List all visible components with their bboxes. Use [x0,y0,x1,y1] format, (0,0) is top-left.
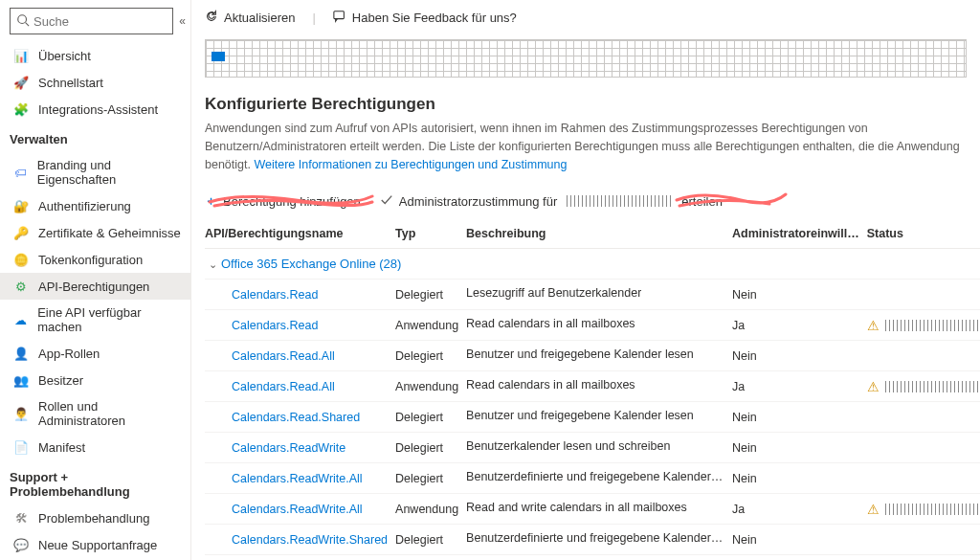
permission-description: Read calendars in all mailboxes [466,371,732,402]
permission-description: Benutzerdefinierte und freigegebene Kale… [466,463,732,494]
nav-item-integrations-assistent[interactable]: 🧩Integrations-Assistent [0,96,190,123]
permission-name-link[interactable]: Calendars.ReadWrite [205,441,345,455]
permission-admin-consent: Ja [732,371,867,402]
nav-item-api-berechtigungen[interactable]: ⚙API-Berechtigungen [0,273,190,300]
permission-name-link[interactable]: Calendars.Read [205,319,318,332]
nav-item--bersicht[interactable]: 📊Übersicht [0,42,190,69]
feedback-icon [333,10,346,26]
table-row[interactable]: Calendars.ReadDelegiertLesezugriff auf B… [205,280,980,310]
permission-description: Benutzer und freigegebene Kalender lesen [466,341,732,371]
feedback-label: Haben Sie Feedback für uns? [352,11,517,25]
table-row[interactable]: Calendars.ReadWrite.AllAnwendungRead and… [205,494,980,525]
nav-label: Rollen und Administratoren [38,399,181,428]
col-header-type[interactable]: Typ [395,219,466,249]
permission-status [867,463,980,494]
nav-icon: 🛠 [13,510,29,526]
col-header-status[interactable]: Status [867,219,980,249]
nav-icon: 📄 [13,439,29,455]
permission-name-link[interactable]: Calendars.Read.All [205,380,335,393]
permission-status [867,341,980,371]
search-box[interactable] [10,8,173,34]
grant-consent-label-after: erteilen [681,194,723,209]
permission-admin-consent: Nein [732,525,867,555]
nav-item-schnellstart[interactable]: 🚀Schnellstart [0,69,190,96]
permission-admin-consent: Nein [732,433,867,463]
nav-item-eine-api-verf-gbar-machen[interactable]: ☁Eine API verfügbar machen [0,300,190,340]
col-header-name[interactable]: API/Berechtigungsname [205,219,395,249]
add-permission-label: Berechtigung hinzufügen [223,194,361,209]
nav-item-branding-und-eigenschaften[interactable]: 🏷Branding und Eigenschaften [0,152,190,192]
permission-status: ⚠ [867,494,980,525]
nav-icon: 🪙 [13,252,29,267]
nav-label: Übersicht [38,49,91,63]
feedback-button[interactable]: Haben Sie Feedback für uns? [333,10,517,26]
table-row[interactable]: Contacts.ReadDelegiertLesezugriff auf Be… [205,555,980,560]
table-row[interactable]: Calendars.ReadWrite.AllDelegiertBenutzer… [205,463,980,494]
permission-status: ⚠ [867,310,980,341]
permission-description: Lesezugriff auf Benutzerkalender [466,280,732,310]
nav-label: Integrations-Assistent [38,102,158,117]
collapse-sidebar-button[interactable]: « [179,14,183,28]
redacted-status [885,504,980,515]
chevron-down-icon[interactable]: ⌄ [209,258,217,271]
permission-status: ⚠ [867,371,980,402]
permission-description: Read and write calendars in all mailboxe… [466,494,732,525]
permission-name-link[interactable]: Calendars.Read.All [205,349,335,363]
nav-label: Schnellstart [38,76,103,90]
nav-icon: ⚙ [13,279,29,294]
table-row[interactable]: Calendars.ReadAnwendungRead calendars in… [205,310,980,341]
permission-description: Read calendars in all mailboxes [466,310,732,341]
permissions-help-link[interactable]: Weitere Informationen zu Berechtigungen … [254,158,567,171]
nav-item-app-rollen[interactable]: 👤App-Rollen [0,340,190,367]
col-header-admin[interactable]: Administratoreinwill… [732,219,867,249]
redacted-tenant-name [567,195,672,207]
search-icon [16,13,30,30]
grant-admin-consent-button[interactable]: Administratorzustimmung für erteilen [380,193,723,210]
plus-icon: ＋ [205,192,217,210]
toolbar-separator: | [312,11,315,25]
nav-icon: 👨‍💼 [13,406,29,421]
nav-item-authentifizierung[interactable]: 🔐Authentifizierung [0,192,190,219]
redacted-status [885,381,980,392]
redacted-status [885,320,980,331]
warning-icon: ⚠ [867,379,880,394]
search-input[interactable] [33,14,167,29]
nav-item-rollen-und-administratoren[interactable]: 👨‍💼Rollen und Administratoren [0,393,190,434]
nav-item-besitzer[interactable]: 👥Besitzer [0,367,190,393]
permission-name-link[interactable]: Calendars.Read [205,288,318,302]
nav-icon: 🔑 [13,225,29,240]
nav-item-problembehandlung[interactable]: 🛠Problembehandlung [0,504,190,531]
permission-name-link[interactable]: Calendars.ReadWrite.Shared [205,533,388,547]
nav-item-manifest[interactable]: 📄Manifest [0,434,190,460]
nav-item-neue-supportanfrage[interactable]: 💬Neue Supportanfrage [0,531,190,558]
col-header-desc[interactable]: Beschreibung [466,219,732,249]
table-row[interactable]: Calendars.ReadWrite.SharedDelegiertBenut… [205,525,980,555]
permissions-table: API/Berechtigungsname Typ Beschreibung A… [205,219,980,560]
table-row[interactable]: Calendars.ReadWriteDelegiertBenutzerkale… [205,433,980,463]
permission-type: Anwendung [395,371,466,402]
nav-item-tokenkonfiguration[interactable]: 🪙Tokenkonfiguration [0,246,190,273]
permission-status [867,280,980,310]
add-permission-button[interactable]: ＋ Berechtigung hinzufügen [205,192,361,210]
permission-group-toggle[interactable]: Office 365 Exchange Online (28) [221,257,401,271]
permission-description: Benutzerdefinierte und freigegebene Kale… [466,525,732,555]
sidebar: « 📊Übersicht🚀Schnellstart🧩Integrations-A… [0,0,191,560]
refresh-button[interactable]: Aktualisieren [205,10,295,26]
section-title: Konfigurierte Berechtigungen [205,95,967,114]
svg-point-0 [18,14,27,23]
permission-name-link[interactable]: Calendars.ReadWrite.All [205,503,363,516]
permission-type: Delegiert [395,402,466,433]
permission-admin-consent: Ja [732,310,867,341]
permission-type: Delegiert [395,525,466,555]
nav-label: Zertifikate & Geheimnisse [38,226,181,240]
permission-name-link[interactable]: Calendars.Read.Shared [205,411,360,424]
permission-status [867,525,980,555]
permission-type: Delegiert [395,433,466,463]
nav-item-zertifikate-geheimnisse[interactable]: 🔑Zertifikate & Geheimnisse [0,219,190,246]
table-row[interactable]: Calendars.Read.SharedDelegiertBenutzer u… [205,402,980,433]
permission-name-link[interactable]: Calendars.ReadWrite.All [205,472,363,485]
nav-label: Besitzer [38,373,83,388]
table-row[interactable]: Calendars.Read.AllDelegiertBenutzer und … [205,341,980,371]
table-row[interactable]: Calendars.Read.AllAnwendungRead calendar… [205,371,980,402]
permission-type: Anwendung [395,310,466,341]
